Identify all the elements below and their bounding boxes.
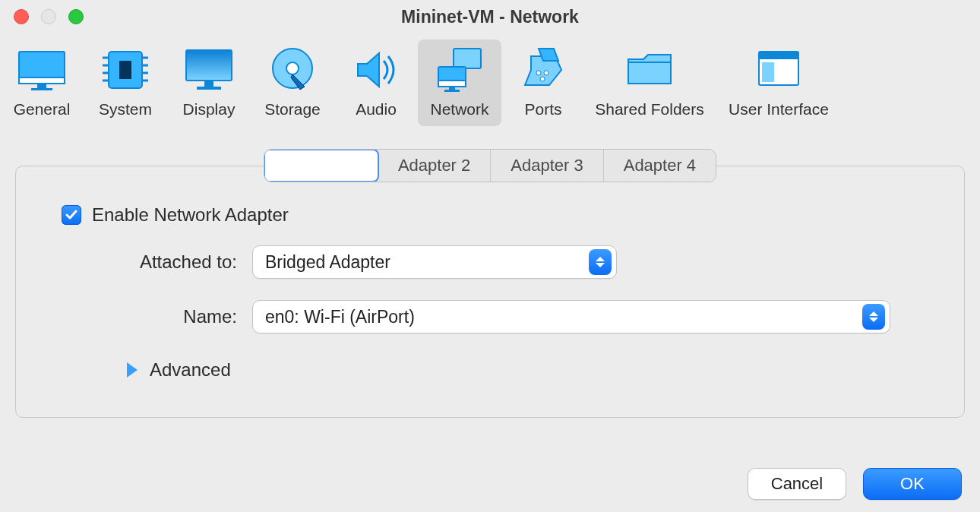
cancel-button[interactable]: Cancel	[748, 468, 846, 500]
svg-rect-1	[19, 77, 65, 84]
settings-window: Mininet-VM - Network General System Disp…	[0, 0, 980, 512]
toolbar-label: Storage	[264, 100, 321, 119]
toolbar-item-system[interactable]: System	[84, 40, 167, 126]
toolbar-label: Ports	[524, 100, 561, 119]
svg-rect-14	[186, 50, 232, 81]
window-controls	[14, 9, 84, 24]
svg-rect-16	[197, 87, 221, 90]
ok-button[interactable]: OK	[863, 468, 962, 500]
tab-label: Adapter 2	[398, 156, 470, 175]
toolbar-label: Display	[183, 100, 236, 119]
svg-rect-15	[204, 81, 213, 87]
folder-icon	[622, 46, 677, 94]
toolbar-item-shared-folders[interactable]: Shared Folders	[585, 40, 714, 126]
svg-rect-22	[449, 87, 455, 90]
attached-to-select[interactable]: Bridged Adapter	[252, 245, 617, 279]
tab-adapter-4[interactable]: Adapter 4	[604, 150, 716, 182]
toolbar-item-ports[interactable]: Ports	[501, 40, 585, 126]
monitor-icon	[14, 46, 69, 94]
zoom-window-button[interactable]	[68, 9, 84, 24]
tab-adapter-3[interactable]: Adapter 3	[491, 150, 603, 182]
svg-rect-2	[37, 84, 46, 88]
adapter-tabs: Adapter 2 Adapter 3 Adapter 4	[15, 149, 965, 182]
tab-label: Adapter 4	[624, 156, 696, 175]
tab-label: Adapter 3	[511, 156, 583, 175]
minimize-window-button[interactable]	[41, 9, 56, 24]
disk-icon	[265, 46, 320, 94]
port-icon	[516, 46, 571, 94]
tab-adapter-1[interactable]	[264, 149, 379, 182]
attached-to-value: Bridged Adapter	[265, 252, 589, 273]
toolbar-label: Audio	[356, 100, 397, 119]
svg-rect-23	[444, 90, 460, 92]
svg-rect-3	[31, 88, 52, 90]
svg-rect-5	[119, 61, 131, 79]
svg-point-25	[544, 71, 548, 75]
network-icon	[432, 46, 487, 94]
svg-point-18	[286, 62, 299, 74]
adapter-settings-box: Enable Network Adapter Attached to: Brid…	[15, 166, 965, 418]
toolbar-item-network[interactable]: Network	[418, 40, 501, 126]
toolbar-label: User Interface	[729, 100, 829, 119]
attached-to-label: Attached to:	[51, 251, 252, 273]
svg-point-24	[536, 71, 541, 75]
name-value: en0: Wi-Fi (AirPort)	[265, 307, 862, 327]
advanced-disclosure[interactable]: Advanced	[127, 359, 938, 381]
window-title: Mininet-VM - Network	[401, 7, 579, 27]
name-select[interactable]: en0: Wi-Fi (AirPort)	[252, 300, 890, 333]
advanced-label: Advanced	[150, 359, 231, 381]
button-label: OK	[900, 474, 925, 494]
name-row: Name: en0: Wi-Fi (AirPort)	[51, 300, 938, 333]
svg-rect-19	[454, 49, 481, 68]
titlebar: Mininet-VM - Network	[0, 0, 980, 33]
tab-adapter-2[interactable]: Adapter 2	[378, 150, 491, 182]
toolbar-label: Network	[430, 100, 488, 119]
toolbar-label: System	[99, 100, 152, 119]
toolbar-item-user-interface[interactable]: User Interface	[714, 40, 843, 126]
enable-adapter-label: Enable Network Adapter	[81, 204, 304, 226]
window-icon	[751, 46, 806, 94]
close-window-button[interactable]	[14, 9, 29, 24]
svg-rect-21	[438, 81, 466, 87]
svg-rect-28	[759, 52, 798, 59]
category-toolbar: General System Display Storage Audio	[0, 33, 980, 131]
content-panel: Adapter 2 Adapter 3 Adapter 4 Enable Net…	[15, 149, 965, 418]
button-label: Cancel	[771, 474, 823, 494]
display-icon	[182, 46, 236, 94]
disclosure-triangle-icon	[127, 362, 138, 378]
dialog-footer: Cancel OK	[748, 468, 962, 500]
toolbar-item-display[interactable]: Display	[167, 40, 251, 126]
select-stepper-icon	[589, 249, 612, 275]
attached-to-row: Attached to: Bridged Adapter	[51, 245, 938, 279]
enable-adapter-row: Enable Network Adapter	[62, 204, 938, 226]
speaker-icon	[349, 46, 403, 94]
enable-adapter-checkbox[interactable]	[62, 205, 81, 225]
toolbar-label: Shared Folders	[595, 100, 704, 119]
select-stepper-icon	[862, 304, 885, 330]
toolbar-label: General	[14, 100, 71, 119]
chip-icon	[98, 46, 153, 94]
name-label: Name:	[51, 306, 252, 327]
svg-rect-29	[762, 62, 774, 82]
svg-point-26	[540, 77, 545, 81]
toolbar-item-storage[interactable]: Storage	[251, 40, 334, 126]
toolbar-item-general[interactable]: General	[0, 40, 84, 126]
toolbar-item-audio[interactable]: Audio	[334, 40, 418, 126]
